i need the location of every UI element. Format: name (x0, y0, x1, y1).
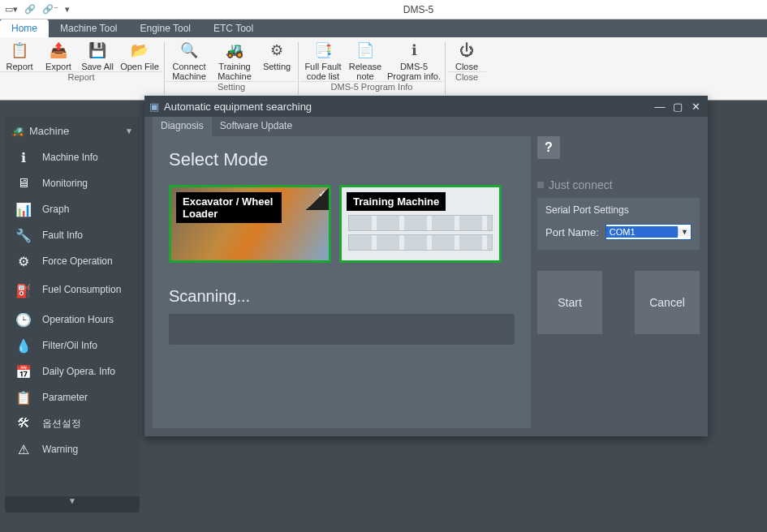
sidebar-item-label: Graph (42, 204, 69, 215)
clock-icon: 🕒 (15, 311, 32, 328)
quick-access-toolbar: ▭▾ 🔗 🔗⁻ ▾ (0, 4, 70, 15)
group-proginfo-caption: DMS-5 Program Info (300, 81, 443, 93)
search-icon: 🔍 (178, 41, 200, 60)
mode-training-label: Training Machine (347, 192, 446, 211)
maximize-button[interactable]: ▢ (670, 101, 685, 113)
setting-button[interactable]: ⚙Setting (257, 37, 296, 81)
sidebar-item-monitoring[interactable]: 🖥Monitoring (5, 170, 140, 196)
serial-port-panel: Serial Port Settings Port Name: COM1 ▼ (537, 198, 700, 250)
title-bar: ▭▾ 🔗 🔗⁻ ▾ DMS-5 (0, 0, 767, 19)
dialog-tabs: Diagnosis Software Update (144, 117, 708, 136)
dialog-title: Automatic equipment searching (164, 101, 312, 113)
sidebar-item-label: Daily Opera. Info (42, 366, 115, 377)
setting-label: Setting (263, 62, 291, 71)
minimize-button[interactable]: — (653, 101, 667, 113)
tab-engine-tool[interactable]: Engine Tool (129, 19, 203, 37)
dialog-auto-search: ▣ Automatic equipment searching — ▢ ✕ Di… (144, 96, 708, 436)
open-file-button[interactable]: 📂Open File (117, 37, 162, 71)
export-button[interactable]: 📤Export (39, 37, 78, 71)
sidebar-item-hours[interactable]: 🕒Operation Hours (5, 307, 140, 332)
close-dialog-button[interactable]: ✕ (688, 101, 703, 113)
training-machine-button[interactable]: 🚜Training Machine (212, 37, 257, 81)
qat-icon-2[interactable]: 🔗 (24, 4, 36, 15)
sidebar-header[interactable]: 🚜 Machine ▼ (5, 117, 140, 144)
chart-icon: 📊 (15, 200, 32, 218)
program-info-button[interactable]: ℹDMS-5 Program info. (385, 37, 443, 81)
power-icon: ⏻ (455, 41, 478, 60)
sidebar-item-force-operation[interactable]: ⚙Force Operation (5, 248, 140, 274)
save-all-button[interactable]: 💾Save All (78, 37, 117, 71)
export-label: Export (45, 62, 71, 71)
ribbon-group-close: ⏻Close Close (447, 37, 486, 100)
calendar-icon: 📅 (15, 363, 32, 380)
group-report-caption: Report (0, 71, 162, 84)
close-label: Close (455, 62, 478, 71)
full-fault-button[interactable]: 📑Full Fault code list (300, 37, 346, 81)
close-button[interactable]: ⏻Close (447, 37, 486, 71)
monitor-icon: 🖥 (15, 174, 32, 192)
progress-bar (169, 314, 515, 345)
tab-etc-tool[interactable]: ETC Tool (202, 19, 265, 37)
tab-software-update[interactable]: Software Update (212, 117, 300, 136)
save-all-label: Save All (81, 62, 114, 71)
connect-machine-button[interactable]: 🔍Connect Machine (166, 37, 212, 81)
sidebar-item-fuel[interactable]: ⛽Fuel Consumption (5, 274, 140, 307)
group-close-caption: Close (447, 71, 486, 84)
sidebar-item-fault-info[interactable]: 🔧Fault Info (5, 222, 140, 248)
help-button[interactable]: ? (537, 136, 560, 159)
release-note-label: Release note (349, 62, 381, 81)
ribbon-group-report: 📋Report 📤Export 💾Save All 📂Open File Rep… (0, 37, 162, 100)
mode-excavator-card[interactable]: Excavator / Wheel Loader ✓ (169, 185, 331, 263)
dialog-icon: ▣ (149, 101, 159, 113)
sidebar-item-label: Monitoring (42, 178, 88, 189)
ribbon-separator (445, 42, 446, 95)
gear-icon: ⚙ (265, 41, 288, 60)
select-mode-heading: Select Mode (169, 149, 515, 170)
dialog-titlebar[interactable]: ▣ Automatic equipment searching — ▢ ✕ (144, 96, 708, 117)
serial-port-title: Serial Port Settings (545, 204, 692, 216)
warning-icon: ⚠ (15, 440, 32, 458)
info-icon: ℹ (403, 41, 425, 60)
qat-icon-3[interactable]: 🔗⁻ (42, 4, 58, 15)
tab-home[interactable]: Home (0, 19, 49, 37)
clipboard-icon: 📑 (312, 41, 334, 60)
ribbon-separator (298, 42, 299, 95)
start-button[interactable]: Start (537, 271, 602, 334)
sidebar-item-filter[interactable]: 💧Filter/Oil Info (5, 332, 140, 358)
bullet-icon (537, 182, 544, 188)
ribbon: 📋Report 📤Export 💾Save All 📂Open File Rep… (0, 37, 767, 101)
report-button[interactable]: 📋Report (0, 37, 39, 71)
sidebar-item-graph[interactable]: 📊Graph (5, 196, 140, 222)
sidebar-item-label: Fuel Consumption (42, 285, 121, 295)
mode-training-card[interactable]: Training Machine (339, 185, 502, 263)
sidebar-collapse[interactable]: ▼ (5, 496, 140, 513)
drop-icon: 💧 (15, 337, 32, 354)
ribbon-group-setting: 🔍Connect Machine 🚜Training Machine ⚙Sett… (166, 37, 296, 100)
ribbon-group-proginfo: 📑Full Fault code list 📄Release note ℹDMS… (300, 37, 443, 100)
tab-machine-tool[interactable]: Machine Tool (49, 19, 129, 37)
full-fault-label: Full Fault code list (304, 62, 341, 81)
sidebar-item-parameter[interactable]: 📋Parameter (5, 384, 140, 410)
sidebar-item-warning[interactable]: ⚠Warning (5, 436, 140, 462)
sidebar-item-label: Machine Info (42, 152, 98, 163)
sidebar-item-machine-info[interactable]: ℹMachine Info (5, 144, 140, 170)
port-name-combo[interactable]: COM1 ▼ (605, 224, 692, 240)
tools-icon: 🛠 (15, 414, 32, 432)
dialog-body: Select Mode Excavator / Wheel Loader ✓ T… (153, 136, 531, 428)
just-connect-label: Just connect (549, 178, 613, 191)
sidebar-item-label: Filter/Oil Info (42, 340, 97, 351)
sidebar-header-label: Machine (29, 125, 69, 137)
ribbon-tabs: Home Machine Tool Engine Tool ETC Tool (0, 19, 767, 37)
sidebar-item-label: Force Operation (42, 255, 113, 267)
sidebar-item-daily[interactable]: 📅Daily Opera. Info (5, 358, 140, 384)
folder-icon: 📂 (128, 41, 151, 60)
tab-diagnosis[interactable]: Diagnosis (153, 117, 212, 136)
cancel-button[interactable]: Cancel (635, 271, 700, 334)
wrench-icon: 🔧 (15, 226, 32, 244)
qat-icon-1[interactable]: ▭▾ (5, 4, 18, 15)
sidebar-item-options[interactable]: 🛠옵션설정 (5, 410, 140, 436)
dialog-right-panel: ? Just connect Serial Port Settings Port… (537, 136, 700, 428)
sidebar-item-label: 옵션설정 (42, 417, 81, 431)
release-note-button[interactable]: 📄Release note (346, 37, 385, 81)
group-setting-caption: Setting (166, 81, 296, 93)
